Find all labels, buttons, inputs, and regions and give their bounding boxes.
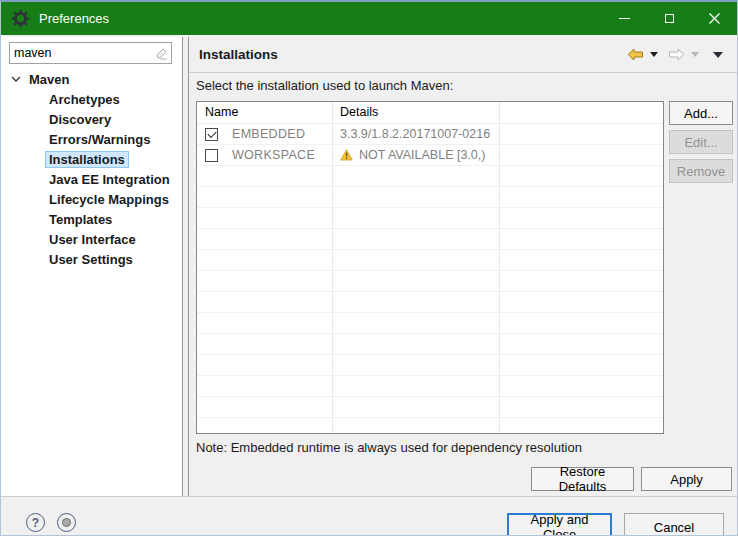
preferences-sidebar: Maven Archetypes Discovery Errors/Warnin…	[1, 37, 183, 499]
restore-defaults-button[interactable]: Restore Defaults	[531, 467, 634, 491]
tree-node-label: Errors/Warnings	[49, 132, 150, 147]
back-dropdown-icon[interactable]	[650, 52, 658, 57]
tree-node-discovery[interactable]: Discovery	[1, 109, 182, 129]
table-row-workspace[interactable]: WORKSPACE NOT AVAILABLE [3.0,)	[197, 145, 663, 166]
installations-panel: Installations Select the installation us…	[189, 37, 737, 499]
question-mark-icon: ?	[32, 516, 39, 530]
apply-button[interactable]: Apply	[641, 467, 732, 491]
empty-row	[197, 271, 663, 292]
edit-button[interactable]: Edit...	[669, 130, 733, 154]
empty-row	[197, 187, 663, 208]
installation-details: 3.3.9/1.8.2.20171007-0216	[340, 127, 490, 141]
installation-name: EMBEDDED	[232, 127, 305, 141]
empty-row	[197, 292, 663, 313]
column-header-details[interactable]: Details	[340, 105, 378, 119]
record-dot-icon	[62, 518, 71, 527]
tree-node-label: Maven	[29, 72, 69, 87]
page-title: Installations	[199, 47, 278, 62]
column-header-name[interactable]: Name	[205, 105, 238, 119]
table-header: Name Details	[197, 102, 663, 124]
checkbox-unchecked[interactable]	[205, 149, 218, 162]
remove-button[interactable]: Remove	[669, 159, 733, 183]
tree-node-user-settings[interactable]: User Settings	[1, 249, 182, 269]
preferences-window: Preferences Maven	[0, 0, 738, 536]
tree-node-label: Templates	[49, 212, 112, 227]
empty-row	[197, 229, 663, 250]
window-controls	[602, 2, 737, 35]
add-button[interactable]: Add...	[669, 101, 733, 125]
tree-node-maven[interactable]: Maven	[1, 69, 182, 89]
tree-node-java-ee-integration[interactable]: Java EE Integration	[1, 169, 182, 189]
empty-row	[197, 250, 663, 271]
empty-row	[197, 418, 663, 434]
apply-and-close-button[interactable]: Apply and Close	[507, 513, 612, 535]
help-button[interactable]: ?	[26, 513, 45, 532]
search-input[interactable]	[10, 46, 154, 60]
back-arrow-icon[interactable]	[627, 48, 644, 61]
close-button[interactable]	[692, 2, 737, 35]
empty-row	[197, 208, 663, 229]
titlebar: Preferences	[1, 2, 737, 35]
tree-node-label: User Settings	[49, 252, 133, 267]
tree-node-installations[interactable]: Installations	[1, 149, 182, 169]
dialog-footer: ? Apply and Close Cancel	[1, 496, 737, 535]
maximize-button[interactable]	[647, 2, 692, 35]
checkbox-checked[interactable]	[205, 128, 218, 141]
installations-table: Name Details EMBEDDED 3.3.9/1.8.2.201710…	[196, 101, 664, 434]
preferences-tree: Maven Archetypes Discovery Errors/Warnin…	[1, 69, 182, 269]
warning-icon	[340, 149, 353, 161]
tree-node-label: Archetypes	[49, 92, 120, 107]
empty-row	[197, 334, 663, 355]
cancel-button[interactable]: Cancel	[624, 513, 724, 535]
close-icon	[709, 13, 720, 24]
maximize-icon	[665, 14, 674, 23]
chevron-expanded-icon[interactable]	[11, 75, 21, 83]
panel-description: Select the installation used to launch M…	[196, 78, 453, 93]
tree-node-label: User Interface	[49, 232, 136, 247]
tree-node-templates[interactable]: Templates	[1, 209, 182, 229]
dialog-body: Maven Archetypes Discovery Errors/Warnin…	[1, 37, 737, 499]
tree-node-lifecycle-mappings[interactable]: Lifecycle Mappings	[1, 189, 182, 209]
clear-search-icon[interactable]	[154, 46, 168, 60]
tree-node-archetypes[interactable]: Archetypes	[1, 89, 182, 109]
empty-row	[197, 166, 663, 187]
filter-searchbox[interactable]	[9, 42, 172, 64]
installation-details: NOT AVAILABLE [3.0,)	[340, 148, 485, 162]
embedded-runtime-note: Note: Embedded runtime is always used fo…	[196, 440, 582, 455]
tree-node-user-interface[interactable]: User Interface	[1, 229, 182, 249]
preference-recorder-button[interactable]	[57, 513, 76, 532]
gear-icon	[11, 9, 30, 28]
table-row-embedded[interactable]: EMBEDDED 3.3.9/1.8.2.20171007-0216	[197, 124, 663, 145]
view-menu-icon[interactable]	[713, 52, 723, 58]
minimize-icon	[619, 18, 630, 19]
window-title: Preferences	[39, 11, 109, 26]
empty-row	[197, 397, 663, 418]
empty-row	[197, 313, 663, 334]
minimize-button[interactable]	[602, 2, 647, 35]
tree-node-label: Java EE Integration	[49, 172, 170, 187]
panel-header: Installations	[189, 37, 737, 73]
tree-node-label-selected: Installations	[46, 152, 128, 167]
tree-node-errors-warnings[interactable]: Errors/Warnings	[1, 129, 182, 149]
installation-name: WORKSPACE	[232, 148, 315, 162]
tree-node-label: Discovery	[49, 112, 111, 127]
empty-row	[197, 376, 663, 397]
forward-dropdown-icon[interactable]	[691, 52, 699, 57]
history-nav	[627, 48, 723, 61]
tree-node-label: Lifecycle Mappings	[49, 192, 169, 207]
forward-arrow-icon[interactable]	[668, 48, 685, 61]
empty-row	[197, 355, 663, 376]
